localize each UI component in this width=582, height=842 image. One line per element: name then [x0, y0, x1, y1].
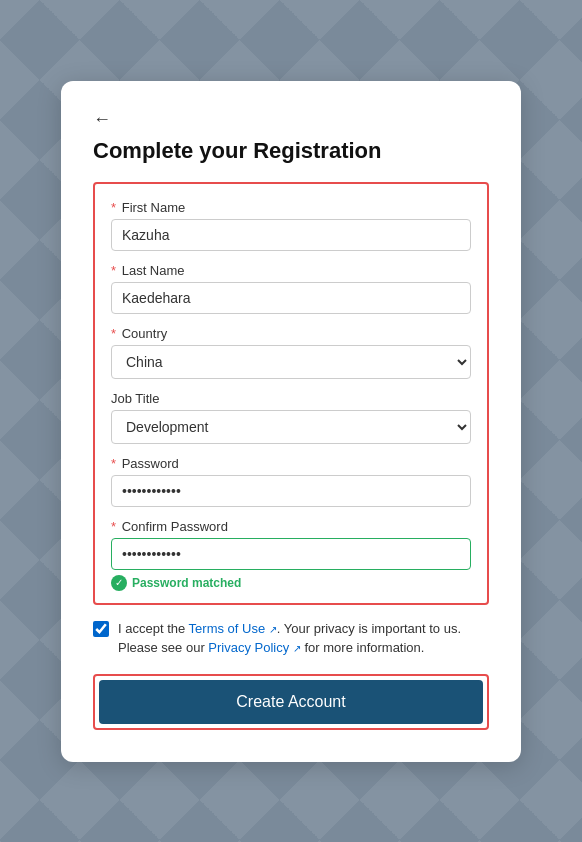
confirm-password-required-star: *	[111, 519, 116, 534]
confirm-password-input[interactable]	[111, 538, 471, 570]
country-label: * Country	[111, 326, 471, 341]
terms-of-use-link[interactable]: Terms of Use ↗	[189, 621, 277, 636]
last-name-required-star: *	[111, 263, 116, 278]
confirm-password-label: * Confirm Password	[111, 519, 471, 534]
last-name-input[interactable]	[111, 282, 471, 314]
job-title-select[interactable]: Development Engineering Marketing Sales …	[111, 410, 471, 444]
create-account-button[interactable]: Create Account	[99, 680, 483, 724]
job-title-group: Job Title Development Engineering Market…	[111, 391, 471, 444]
back-arrow-icon: ←	[93, 109, 111, 130]
back-button[interactable]: ←	[93, 109, 111, 130]
password-match-check-icon: ✓	[111, 575, 127, 591]
country-select[interactable]: China United States Japan Germany	[111, 345, 471, 379]
country-group: * Country China United States Japan Germ…	[111, 326, 471, 379]
first-name-input[interactable]	[111, 219, 471, 251]
last-name-group: * Last Name	[111, 263, 471, 314]
password-label: * Password	[111, 456, 471, 471]
confirm-password-group: * Confirm Password ✓ Password matched	[111, 519, 471, 591]
form-section: * First Name * Last Name * Country China…	[93, 182, 489, 605]
terms-row: I accept the Terms of Use ↗. Your privac…	[93, 619, 489, 658]
password-input[interactable]	[111, 475, 471, 507]
last-name-label: * Last Name	[111, 263, 471, 278]
password-group: * Password	[111, 456, 471, 507]
terms-checkbox[interactable]	[93, 621, 109, 637]
privacy-policy-link[interactable]: Privacy Policy ↗	[208, 640, 301, 655]
page-title: Complete your Registration	[93, 138, 489, 164]
password-match-text: Password matched	[132, 576, 241, 590]
country-required-star: *	[111, 326, 116, 341]
password-required-star: *	[111, 456, 116, 471]
privacy-external-icon: ↗	[293, 643, 301, 654]
create-account-button-wrapper: Create Account	[93, 674, 489, 730]
terms-external-icon: ↗	[269, 624, 277, 635]
password-match-indicator: ✓ Password matched	[111, 575, 471, 591]
registration-card: ← Complete your Registration * First Nam…	[61, 81, 521, 762]
terms-text: I accept the Terms of Use ↗. Your privac…	[118, 619, 489, 658]
first-name-required-star: *	[111, 200, 116, 215]
first-name-group: * First Name	[111, 200, 471, 251]
job-title-label: Job Title	[111, 391, 471, 406]
first-name-label: * First Name	[111, 200, 471, 215]
